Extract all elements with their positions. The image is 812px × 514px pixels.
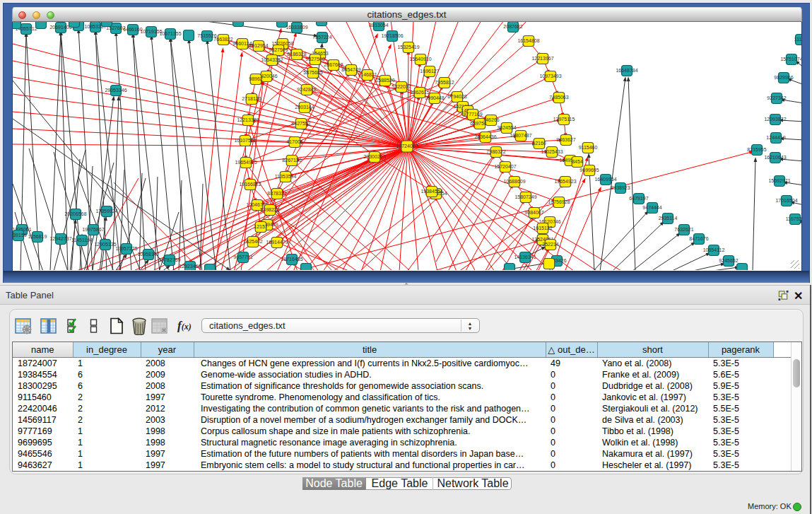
svg-text:7485063: 7485063	[549, 95, 568, 100]
svg-text:8215955: 8215955	[747, 147, 766, 152]
svg-text:6794028: 6794028	[447, 94, 466, 99]
svg-text:3624554: 3624554	[497, 125, 516, 130]
svg-text:9115460: 9115460	[578, 145, 597, 150]
svg-text:5498222: 5498222	[260, 207, 279, 212]
svg-text:1615132: 1615132	[533, 226, 552, 230]
svg-text:18724007: 18724007	[396, 144, 418, 148]
svg-text:8938923: 8938923	[611, 185, 630, 190]
svg-text:7986322: 7986322	[486, 149, 505, 154]
svg-text:15807249: 15807249	[514, 194, 536, 199]
svg-text:10025433: 10025433	[541, 149, 563, 154]
svg-text:2935114: 2935114	[658, 216, 677, 221]
svg-text:19166822: 19166822	[239, 182, 261, 187]
svg-text:10688609: 10688609	[503, 179, 525, 184]
svg-text:17016504: 17016504	[775, 198, 797, 203]
svg-text:9227342: 9227342	[767, 95, 786, 100]
svg-text:11123: 11123	[794, 37, 801, 42]
svg-text:8912954: 8912954	[249, 43, 268, 48]
svg-text:9829966: 9829966	[774, 75, 793, 80]
svg-text:8471676: 8471676	[689, 236, 708, 241]
svg-text:252214: 252214	[542, 242, 558, 247]
svg-text:9699695: 9699695	[579, 168, 599, 173]
svg-text:8186328: 8186328	[287, 52, 306, 57]
svg-text:9657791: 9657791	[233, 255, 252, 259]
svg-text:17957225: 17957225	[115, 246, 137, 251]
svg-text:98962: 98962	[249, 76, 263, 81]
svg-text:9084067: 9084067	[524, 210, 543, 215]
svg-text:9990448: 9990448	[425, 95, 444, 100]
svg-text:19384554: 19384554	[420, 189, 442, 194]
svg-text:16033809: 16033809	[286, 25, 307, 30]
svg-text:23300203: 23300203	[363, 154, 385, 159]
svg-text:8427552: 8427552	[291, 121, 310, 126]
svg-text:6479197: 6479197	[629, 196, 648, 201]
svg-text:1244419: 1244419	[766, 135, 785, 140]
svg-text:10543382: 10543382	[261, 57, 283, 62]
svg-text:12213967: 12213967	[531, 56, 553, 61]
svg-text:12905135: 12905135	[94, 242, 116, 247]
svg-text:10973493: 10973493	[539, 74, 561, 78]
svg-text:7663822: 7663822	[213, 37, 233, 42]
svg-text:5322037: 5322037	[392, 84, 411, 89]
svg-text:9245652: 9245652	[719, 258, 738, 263]
svg-text:15751074: 15751074	[780, 57, 802, 62]
svg-text:2087682: 2087682	[503, 24, 522, 29]
svg-text:7857224: 7857224	[312, 35, 331, 40]
svg-text:16914479: 16914479	[266, 240, 288, 245]
svg-text:1167534: 1167534	[785, 216, 801, 221]
svg-text:15720407: 15720407	[494, 164, 516, 169]
svg-text:20364436: 20364436	[474, 134, 496, 139]
svg-text:8813054: 8813054	[369, 23, 388, 28]
svg-text:19975867: 19975867	[82, 227, 104, 232]
svg-text:9474444: 9474444	[642, 205, 661, 210]
svg-text:16782759: 16782759	[158, 257, 180, 262]
svg-text:12942737: 12942737	[49, 236, 71, 241]
svg-text:16154808: 16154808	[517, 38, 539, 43]
svg-text:29053346: 29053346	[105, 88, 126, 93]
svg-text:2718126: 2718126	[242, 96, 261, 101]
svg-text:1696127: 1696127	[420, 69, 439, 74]
svg-text:746266: 746266	[483, 117, 499, 122]
svg-text:8454: 8454	[572, 159, 583, 164]
svg-text:1588520: 1588520	[375, 78, 394, 83]
svg-text:12157: 12157	[254, 224, 268, 229]
svg-text:9327508: 9327508	[305, 57, 324, 62]
svg-text:10958107: 10958107	[137, 252, 159, 257]
svg-text:12975115: 12975115	[553, 117, 575, 122]
svg-text:2867608: 2867608	[324, 62, 343, 67]
svg-text:19218506: 19218506	[381, 33, 403, 38]
svg-text:10107552: 10107552	[234, 138, 256, 143]
svg-text:12093872: 12093872	[764, 117, 786, 122]
svg-text:12213389: 12213389	[237, 117, 259, 122]
svg-text:9242848: 9242848	[297, 87, 316, 92]
svg-text:8454749: 8454749	[341, 67, 360, 72]
svg-text:1156819: 1156819	[28, 234, 47, 239]
svg-text:5875685: 5875685	[303, 70, 322, 75]
svg-text:9327509: 9327509	[269, 47, 288, 52]
svg-text:20691406: 20691406	[49, 25, 71, 30]
svg-text:19756928: 19756928	[548, 199, 570, 204]
svg-text:7625402: 7625402	[243, 239, 262, 244]
svg-text:8878332: 8878332	[267, 191, 286, 196]
svg-text:11451194: 11451194	[71, 238, 92, 243]
svg-text:16409954: 16409954	[594, 177, 616, 182]
svg-text:16648784: 16648784	[616, 68, 637, 73]
svg-text:15325419: 15325419	[397, 45, 419, 49]
svg-text:16210643: 16210643	[764, 155, 786, 160]
svg-text:62160: 62160	[532, 141, 546, 146]
svg-text:15640910: 15640910	[409, 57, 431, 62]
svg-text:7632621: 7632621	[674, 227, 693, 232]
svg-text:19716485: 19716485	[281, 257, 302, 262]
svg-text:9463627: 9463627	[556, 137, 575, 142]
svg-text:939159: 939159	[13, 233, 27, 238]
svg-text:14136141: 14136141	[514, 255, 536, 259]
svg-text:10671355: 10671355	[159, 31, 181, 36]
svg-text:19654925: 19654925	[235, 160, 257, 165]
svg-text:20206568: 20206568	[64, 211, 86, 216]
svg-text:19654923: 19654923	[554, 179, 576, 184]
svg-text:7955812: 7955812	[435, 80, 454, 85]
svg-text:15692971: 15692971	[768, 178, 790, 183]
svg-text:2803144: 2803144	[295, 105, 314, 110]
svg-text:17359924: 17359924	[95, 209, 117, 214]
svg-text:10654112: 10654112	[702, 247, 724, 252]
